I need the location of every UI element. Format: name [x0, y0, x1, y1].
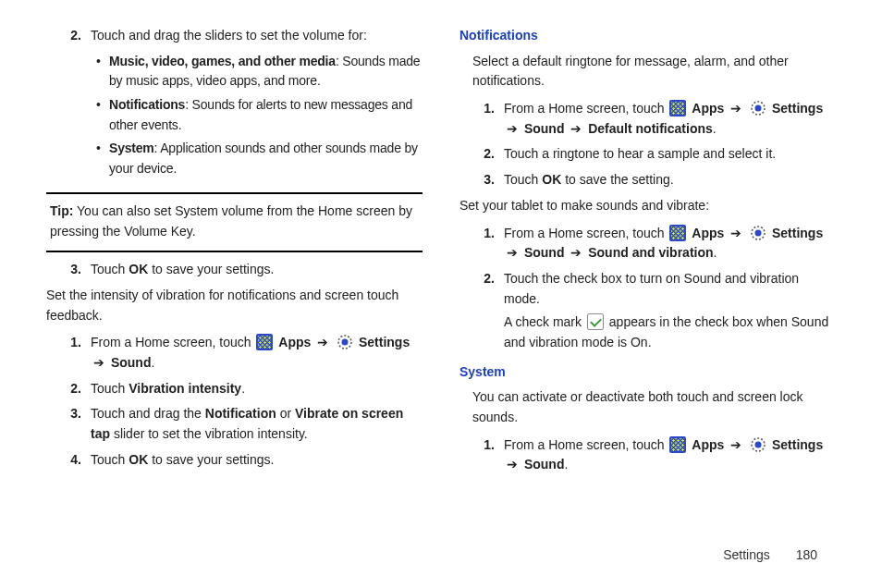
- step-text: slider to set the vibration intensity.: [110, 426, 308, 441]
- system-intro: You can activate or deactivate both touc…: [459, 387, 836, 427]
- step-text: Touch and drag the sliders to set the vo…: [91, 28, 367, 43]
- step-text: From a Home screen, touch: [504, 101, 668, 116]
- svg-point-7: [755, 441, 762, 447]
- tip-block: Tip: You can also set System volume from…: [46, 202, 423, 241]
- settings-icon: [750, 436, 766, 453]
- apps-icon: [669, 225, 686, 241]
- apps-label: Apps: [692, 101, 728, 116]
- list-number: 2.: [65, 26, 91, 183]
- arrow-icon: ➔: [568, 121, 584, 136]
- notification-label: Notification: [205, 406, 276, 421]
- bullet-label: Notifications: [109, 97, 185, 112]
- step-text: to save the setting.: [561, 172, 673, 187]
- left-column: 2. Touch and drag the sliders to set the…: [46, 26, 423, 481]
- vibration-intensity-label: Vibration intensity: [129, 381, 241, 396]
- settings-label: Settings: [772, 437, 823, 452]
- list-number: 3.: [65, 404, 91, 444]
- arrow-icon: ➔: [504, 245, 521, 260]
- list-number: 3.: [65, 260, 91, 280]
- sound-and-vibration-label: Sound and vibration: [588, 245, 713, 260]
- step-text: From a Home screen, touch: [91, 335, 254, 349]
- vibe-step-1: 1. From a Home screen, touch Apps ➔ Sett…: [46, 333, 423, 373]
- bullet-desc: : Application sounds and other sounds ma…: [109, 141, 418, 176]
- page-footer: Settings 180: [723, 547, 817, 562]
- bullet-label: Music, video, games, and other media: [109, 54, 336, 68]
- step-text: Touch and drag the: [91, 406, 205, 421]
- sys-step-1: 1. From a Home screen, touch Apps ➔ Sett…: [459, 435, 836, 475]
- notif-step-2: 2. Touch a ringtone to hear a sample and…: [459, 144, 836, 165]
- vibe-step-2: 2. Touch Vibration intensity.: [46, 379, 423, 399]
- settings-label: Settings: [359, 335, 410, 349]
- step-text: Touch: [91, 381, 129, 396]
- step-text: Touch: [91, 452, 129, 467]
- arrow-icon: ➔: [314, 335, 331, 349]
- list-number: 2.: [478, 269, 504, 353]
- step-text: A check mark: [504, 314, 585, 329]
- step-text: or: [276, 406, 295, 421]
- bullet-mark: •: [96, 139, 109, 178]
- arrow-icon: ➔: [728, 101, 744, 116]
- ok-label: OK: [129, 262, 148, 276]
- apps-label: Apps: [692, 226, 728, 240]
- sound-label: Sound: [524, 245, 565, 260]
- step-text: Touch: [91, 262, 129, 276]
- step-text: Touch the check box to turn on Sound and…: [504, 271, 799, 306]
- sv-step-1: 1. From a Home screen, touch Apps ➔ Sett…: [459, 224, 836, 263]
- arrow-icon: ➔: [568, 245, 584, 260]
- default-notifications-label: Default notifications: [588, 121, 713, 136]
- ok-label: OK: [129, 452, 148, 467]
- sound-vibrate-intro: Set your tablet to make sounds and vibra…: [459, 196, 836, 216]
- divider: [46, 192, 423, 194]
- list-number: 2.: [478, 144, 504, 165]
- list-number: 1.: [478, 224, 504, 263]
- svg-point-5: [755, 229, 762, 236]
- sound-label: Sound: [524, 121, 565, 136]
- apps-icon: [669, 100, 686, 116]
- sv-step-2: 2. Touch the check box to turn on Sound …: [459, 269, 836, 353]
- tip-text: You can also set System volume from the …: [50, 203, 412, 239]
- sound-label: Sound: [111, 355, 152, 370]
- notif-step-1: 1. From a Home screen, touch Apps ➔ Sett…: [459, 99, 836, 139]
- list-number: 1.: [478, 99, 504, 139]
- notif-step-3: 3. Touch OK to save the setting.: [459, 170, 836, 190]
- bullet-system: • System: Application sounds and other s…: [91, 139, 423, 178]
- settings-icon: [750, 225, 766, 241]
- page-number: 180: [796, 547, 817, 562]
- arrow-icon: ➔: [91, 355, 107, 370]
- bullet-label: System: [109, 141, 154, 155]
- tip-label: Tip:: [50, 203, 73, 218]
- apps-label: Apps: [692, 437, 728, 452]
- step-3: 3. Touch OK to save your settings.: [46, 260, 423, 280]
- list-number: 1.: [65, 333, 91, 373]
- bullet-music: • Music, video, games, and other media: …: [91, 52, 423, 92]
- list-number: 3.: [478, 170, 504, 190]
- notifications-intro: Select a default ringtone for message, a…: [459, 52, 836, 92]
- notifications-heading: Notifications: [459, 26, 836, 46]
- bullet-mark: •: [96, 95, 109, 135]
- bullet-mark: •: [96, 52, 109, 92]
- apps-icon: [669, 436, 686, 453]
- apps-label: Apps: [278, 335, 314, 349]
- sound-label: Sound: [524, 457, 565, 472]
- vibration-intro: Set the intensity of vibration for notif…: [46, 286, 423, 325]
- step-text: From a Home screen, touch: [504, 226, 668, 240]
- divider: [46, 251, 423, 252]
- step-text: Touch a ringtone to hear a sample and se…: [504, 146, 776, 161]
- footer-section: Settings: [723, 547, 770, 562]
- right-column: Notifications Select a default ringtone …: [459, 26, 836, 481]
- settings-label: Settings: [772, 226, 823, 240]
- vibe-step-3: 3. Touch and drag the Notification or Vi…: [46, 404, 423, 444]
- step-text: to save your settings.: [148, 452, 274, 467]
- settings-label: Settings: [772, 101, 823, 116]
- svg-point-3: [755, 105, 762, 112]
- step-text: Touch: [504, 172, 542, 187]
- ok-label: OK: [542, 172, 561, 187]
- step-2: 2. Touch and drag the sliders to set the…: [46, 26, 423, 183]
- arrow-icon: ➔: [504, 121, 521, 136]
- apps-icon: [256, 334, 273, 350]
- list-number: 2.: [65, 379, 91, 399]
- arrow-icon: ➔: [728, 437, 744, 452]
- list-number: 4.: [65, 450, 91, 471]
- checkmark-icon: [587, 313, 604, 330]
- arrow-icon: ➔: [504, 457, 521, 472]
